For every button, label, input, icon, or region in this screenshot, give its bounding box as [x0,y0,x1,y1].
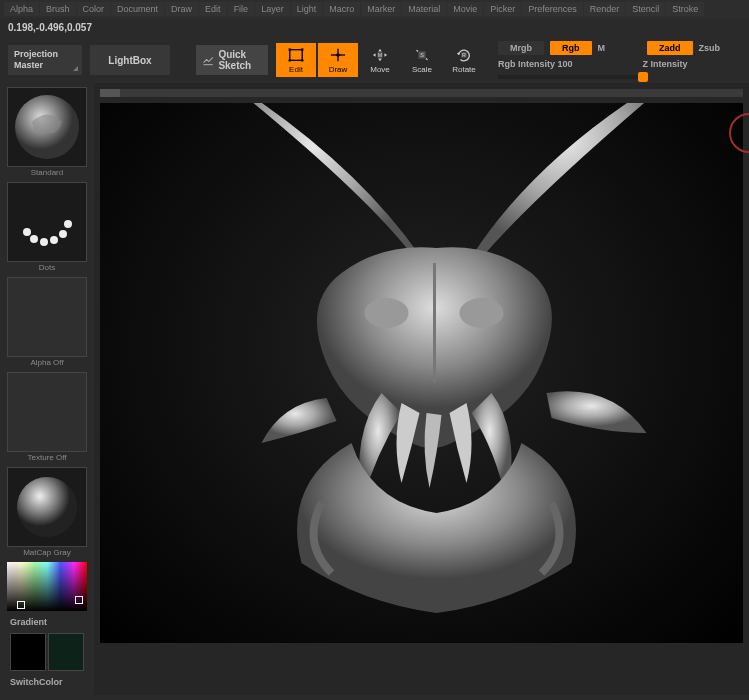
svg-point-20 [64,220,72,228]
svg-rect-0 [290,49,302,60]
menu-color[interactable]: Color [77,2,111,16]
svg-point-15 [23,228,31,236]
quicksketch-button[interactable]: Quick Sketch [196,45,268,75]
draw-mode-button[interactable]: Draw [318,43,358,77]
toolbar: Projection Master LightBox Quick Sketch … [0,37,749,83]
projection-master-button[interactable]: Projection Master [8,45,82,75]
svg-point-23 [460,298,504,328]
menu-render[interactable]: Render [584,2,626,16]
dots-icon [12,187,82,257]
sculpt-model [100,103,743,643]
status-coords: 0.198,-0.496,0.057 [0,18,749,37]
switchcolor-button[interactable]: SwitchColor [4,673,90,691]
draw-icon [329,47,347,63]
material-label: MatCap Gray [7,547,87,560]
rotate-icon: R [455,47,473,63]
menu-marker[interactable]: Marker [361,2,401,16]
texture-selector[interactable]: Texture Off [7,372,87,465]
menu-layer[interactable]: Layer [255,2,290,16]
lightbox-button[interactable]: LightBox [90,45,170,75]
svg-point-4 [301,59,304,62]
brush-selector[interactable]: Standard [7,87,87,180]
menu-document[interactable]: Document [111,2,164,16]
z-intensity-label: Z Intensity [643,59,688,69]
rgb-intensity-label: Rgb Intensity 100 [498,59,573,69]
color-picker[interactable] [7,562,87,611]
menu-macro[interactable]: Macro [323,2,360,16]
zsub-button[interactable]: Zsub [699,43,721,53]
edit-icon [287,47,305,63]
sidebar: Standard Dots Alpha Off Texture Off [0,83,94,695]
svg-text:M: M [378,51,382,57]
move-icon: M [371,47,389,63]
alpha-selector[interactable]: Alpha Off [7,277,87,370]
rgb-intensity-slider[interactable] [498,75,648,79]
swatch-primary[interactable] [10,633,46,671]
scale-icon: S [413,47,431,63]
svg-point-2 [301,48,304,51]
alpha-label: Alpha Off [7,357,87,370]
rotate-mode-button[interactable]: RRotate [444,43,484,77]
texture-label: Texture Off [7,452,87,465]
brush-icon [12,92,82,162]
svg-point-1 [288,48,291,51]
mrgb-button[interactable]: Mrgb [498,41,544,55]
scale-mode-button[interactable]: SScale [402,43,442,77]
stroke-label: Dots [7,262,87,275]
edit-mode-button[interactable]: Edit [276,43,316,77]
move-mode-button[interactable]: MMove [360,43,400,77]
material-selector[interactable]: MatCap Gray [7,467,87,560]
svg-point-3 [288,59,291,62]
menu-brush[interactable]: Brush [40,2,76,16]
quicksketch-icon [202,51,214,69]
menubar: AlphaBrushColorDocumentDrawEditFileLayer… [0,0,749,18]
viewport[interactable] [100,103,743,643]
menu-alpha[interactable]: Alpha [4,2,39,16]
svg-point-21 [17,477,77,537]
svg-text:R: R [462,51,466,57]
quicksketch-label: Quick Sketch [218,49,262,71]
menu-material[interactable]: Material [402,2,446,16]
menu-edit[interactable]: Edit [199,2,227,16]
m-button[interactable]: M [598,43,606,53]
svg-text:S: S [420,51,424,57]
menu-preferences[interactable]: Preferences [522,2,583,16]
svg-point-22 [365,298,409,328]
menu-movie[interactable]: Movie [447,2,483,16]
menu-picker[interactable]: Picker [484,2,521,16]
menu-file[interactable]: File [228,2,255,16]
gradient-button[interactable]: Gradient [4,613,90,631]
canvas-header[interactable] [100,89,743,97]
menu-stencil[interactable]: Stencil [626,2,665,16]
material-icon [12,472,82,542]
rgb-button[interactable]: Rgb [550,41,592,55]
stroke-selector[interactable]: Dots [7,182,87,275]
brush-label: Standard [7,167,87,180]
zadd-button[interactable]: Zadd [647,41,693,55]
svg-point-16 [30,235,38,243]
svg-point-17 [40,238,48,246]
svg-point-19 [59,230,67,238]
menu-light[interactable]: Light [291,2,323,16]
svg-point-18 [50,236,58,244]
swatch-secondary[interactable] [48,633,84,671]
svg-point-7 [336,53,340,57]
menu-draw[interactable]: Draw [165,2,198,16]
canvas-area [94,83,749,695]
menu-stroke[interactable]: Stroke [666,2,704,16]
